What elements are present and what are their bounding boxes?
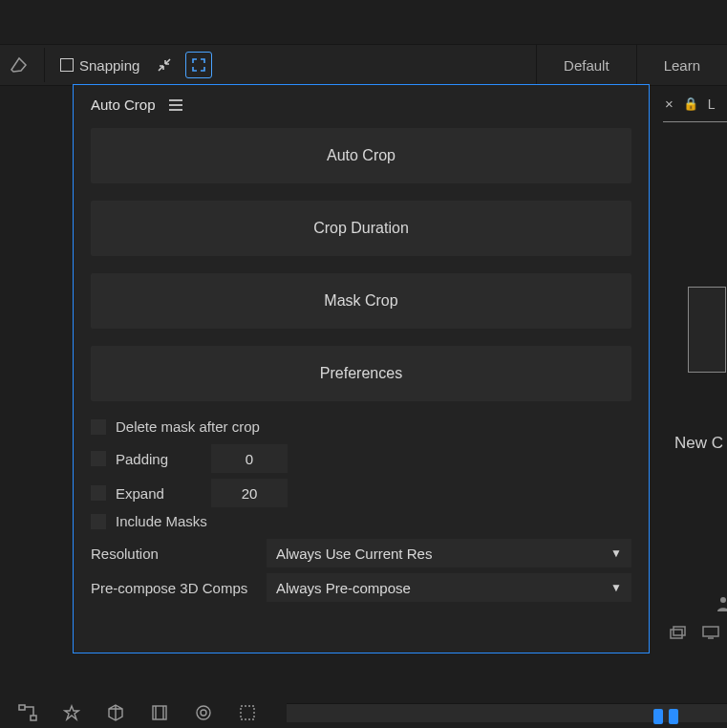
padding-checkbox[interactable] [91,451,106,466]
pen-tool-icon[interactable] [6,52,32,78]
frame-blend-icon[interactable] [149,702,170,723]
expand-input[interactable] [211,479,288,507]
svg-point-0 [720,597,726,603]
3d-icon[interactable] [105,702,126,723]
padding-label: Padding [116,451,202,467]
workspace-default-tab[interactable]: Default [536,45,636,85]
motion-blur-icon[interactable] [193,702,214,723]
person-icon[interactable] [716,596,727,614]
collapse-arrows-icon[interactable] [153,54,176,76]
svg-rect-3 [703,627,718,636]
include-masks-checkbox[interactable] [91,514,106,529]
stack-icon[interactable] [669,625,688,640]
resolution-select-value: Always Use Current Res [276,546,432,562]
new-composition-label: New C [674,434,723,453]
crop-duration-button[interactable]: Crop Duration [91,201,631,256]
svg-rect-12 [241,706,254,719]
include-masks-label: Include Masks [116,513,207,529]
preferences-button[interactable]: Preferences [91,346,631,401]
precompose-select[interactable]: Always Pre-compose ▼ [267,573,631,602]
checkbox-icon [60,58,74,72]
svg-rect-2 [674,627,685,635]
work-area-end-handle[interactable] [669,709,678,724]
panel-title: Auto Crop [91,96,156,113]
svg-rect-6 [31,716,36,720]
graph-editor-icon[interactable] [237,702,258,723]
panel-menu-icon[interactable] [169,99,182,111]
snapping-toggle[interactable]: Snapping [56,55,143,75]
composition-preview-box[interactable] [688,287,726,373]
right-tab-truncated[interactable]: L [708,96,716,112]
precompose-label: Pre-compose 3D Comps [91,580,267,596]
workspace-learn-tab[interactable]: Learn [636,45,727,85]
auto-crop-panel: Auto Crop Auto Crop Crop Duration Mask C… [73,84,650,653]
padding-input[interactable] [211,444,288,473]
flowchart-icon[interactable] [17,702,38,723]
precompose-select-value: Always Pre-compose [276,580,411,596]
chevron-down-icon: ▼ [610,581,622,594]
delete-mask-checkbox[interactable] [91,419,106,435]
right-footer-icons [669,625,720,640]
expand-checkbox[interactable] [91,485,106,501]
resolution-label: Resolution [91,546,267,562]
svg-rect-1 [671,630,682,638]
resolution-select[interactable]: Always Use Current Res ▼ [267,539,631,567]
monitor-icon[interactable] [701,625,720,640]
shy-icon[interactable] [61,702,82,723]
svg-rect-5 [19,705,25,710]
close-icon[interactable]: × [665,96,674,112]
snapping-label: Snapping [79,57,139,74]
auto-crop-button[interactable]: Auto Crop [91,128,631,183]
work-area-start-handle[interactable] [653,709,663,724]
right-panel-peek: × 🔒 L [663,92,727,122]
svg-point-10 [197,706,210,719]
top-toolbar: Snapping Default Learn [0,44,727,86]
expand-label: Expand [116,485,202,502]
lock-icon[interactable]: 🔒 [683,96,698,111]
mask-crop-button[interactable]: Mask Crop [91,273,631,329]
chevron-down-icon: ▼ [610,546,622,560]
svg-point-11 [201,710,206,716]
svg-rect-7 [153,706,166,719]
fullscreen-icon[interactable] [185,52,212,78]
delete-mask-label: Delete mask after crop [116,418,260,435]
